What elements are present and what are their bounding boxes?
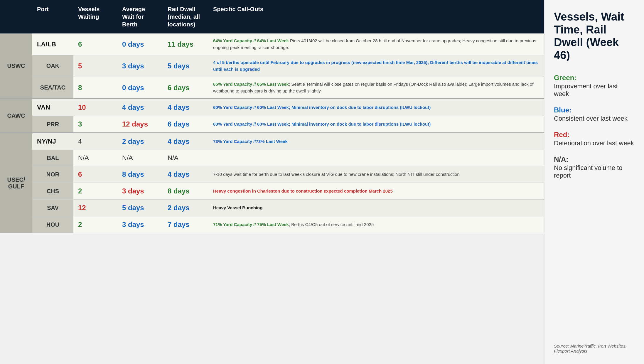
header-rail-dwell: Rail Dwell (median, all locations) <box>163 0 208 33</box>
avg-wait-cell: 8 days <box>117 166 163 183</box>
legend-na-label: N/A: <box>554 155 568 163</box>
legend-red-label: Red: <box>554 131 635 139</box>
port-cell: LA/LB <box>32 33 73 55</box>
region-cell: CAWC <box>0 99 32 133</box>
rail-dwell-cell: 2 days <box>163 200 208 216</box>
avg-wait-cell: N/A <box>117 150 163 166</box>
header-region <box>0 0 32 33</box>
rail-dwell-cell: 4 days <box>163 166 208 183</box>
callout-cell: 65% Yard Capacity // 65% Last Week; Seat… <box>208 77 544 99</box>
table-row: SAV125 days2 daysHeavy Vessel Bunching <box>0 200 544 216</box>
vessels-waiting-cell: 5 <box>73 55 117 77</box>
avg-wait-cell: 5 days <box>117 200 163 216</box>
header-row: Port Vessels Waiting Average Wait for Be… <box>0 0 544 33</box>
legend-blue-desc: Consistent over last week <box>554 115 635 122</box>
callout-cell: 64% Yard Capacity // 64% Last Week Piers… <box>208 33 544 55</box>
rail-dwell-cell: 8 days <box>163 183 208 200</box>
header-vessels-waiting: Vessels Waiting <box>73 0 117 33</box>
rail-dwell-cell: 6 days <box>163 77 208 99</box>
rail-dwell-cell: 5 days <box>163 55 208 77</box>
table-row: OAK53 days5 days4 of 5 berths operable u… <box>0 55 544 77</box>
legend-red-desc: Deterioration over last week <box>554 139 635 147</box>
rail-dwell-cell: 4 days <box>163 99 208 116</box>
legend-red: Red: Deterioration over last week <box>554 131 635 147</box>
avg-wait-cell: 0 days <box>117 33 163 55</box>
callout-cell: 73% Yard Capacity //73% Last Week <box>208 133 544 150</box>
avg-wait-cell: 12 days <box>117 116 163 133</box>
avg-wait-cell: 3 days <box>117 183 163 200</box>
vessels-waiting-cell: 12 <box>73 200 117 216</box>
vessels-waiting-cell: 4 <box>73 133 117 150</box>
header-avg-wait: Average Wait for Berth <box>117 0 163 33</box>
source-text: Source: MarineTraffic, Port Websites, Fl… <box>554 343 635 353</box>
vessels-waiting-cell: 6 <box>73 166 117 183</box>
main-container: Port Vessels Waiting Average Wait for Be… <box>0 0 644 364</box>
callout-cell: 60% Yard Capacity // 60% Last Week; Mini… <box>208 99 544 116</box>
callout-cell: Heavy Vessel Bunching <box>208 200 544 216</box>
table-row: CAWCVAN104 days4 days60% Yard Capacity /… <box>0 99 544 116</box>
callout-cell: Heavy congestion in Charleston due to co… <box>208 183 544 200</box>
table-row: NOR68 days4 days7-10 days wait time for … <box>0 166 544 183</box>
rail-dwell-cell: 4 days <box>163 133 208 150</box>
sidebar-content: Vessels, Wait Time, Rail Dwell (Week 46)… <box>554 11 635 188</box>
vessels-waiting-cell: 2 <box>73 183 117 200</box>
rail-dwell-cell: 6 days <box>163 116 208 133</box>
port-cell: PRR <box>32 116 73 133</box>
port-cell: SAV <box>32 200 73 216</box>
legend-na-desc: No significant volume to report <box>554 164 635 179</box>
legend-blue-label: Blue: <box>554 106 635 114</box>
port-cell: HOU <box>32 216 73 233</box>
region-cell: USWC <box>0 33 32 99</box>
port-cell: OAK <box>32 55 73 77</box>
rail-dwell-cell: N/A <box>163 150 208 166</box>
header-port: Port <box>32 0 73 33</box>
avg-wait-cell: 3 days <box>117 216 163 233</box>
vessels-waiting-cell: 10 <box>73 99 117 116</box>
callout-cell: 4 of 5 berths operable until February du… <box>208 55 544 77</box>
legend-section: Green: Improvement over last week Blue: … <box>554 74 635 179</box>
region-cell: USEC/ GULF <box>0 133 32 233</box>
port-cell: SEA/TAC <box>32 77 73 99</box>
table-row: BALN/AN/AN/A <box>0 150 544 166</box>
avg-wait-cell: 2 days <box>117 133 163 150</box>
callout-cell <box>208 150 544 166</box>
callout-cell: 7-10 days wait time for berth due to las… <box>208 166 544 183</box>
vessels-waiting-cell: 3 <box>73 116 117 133</box>
sidebar: Vessels, Wait Time, Rail Dwell (Week 46)… <box>544 0 644 364</box>
legend-green: Green: Improvement over last week <box>554 74 635 98</box>
port-cell: BAL <box>32 150 73 166</box>
legend-blue: Blue: Consistent over last week <box>554 106 635 122</box>
table-row: HOU23 days7 days71% Yard Capacity // 75%… <box>0 216 544 233</box>
table-row: PRR312 days6 days60% Yard Capacity // 60… <box>0 116 544 133</box>
table-row: SEA/TAC80 days6 days65% Yard Capacity //… <box>0 77 544 99</box>
port-cell: NY/NJ <box>32 133 73 150</box>
legend-na: N/A: No significant volume to report <box>554 155 635 179</box>
port-cell: NOR <box>32 166 73 183</box>
avg-wait-cell: 4 days <box>117 99 163 116</box>
vessels-waiting-cell: 8 <box>73 77 117 99</box>
table-section: Port Vessels Waiting Average Wait for Be… <box>0 0 544 364</box>
vessels-waiting-cell: 2 <box>73 216 117 233</box>
avg-wait-cell: 3 days <box>117 55 163 77</box>
header-callouts: Specific Call-Outs <box>208 0 544 33</box>
vessels-waiting-cell: 6 <box>73 33 117 55</box>
port-cell: VAN <box>32 99 73 116</box>
rail-dwell-cell: 7 days <box>163 216 208 233</box>
table-row: CHS23 days8 daysHeavy congestion in Char… <box>0 183 544 200</box>
table-row: USEC/ GULFNY/NJ42 days4 days73% Yard Cap… <box>0 133 544 150</box>
rail-dwell-cell: 11 days <box>163 33 208 55</box>
legend-green-label: Green: <box>554 74 635 82</box>
vessels-waiting-cell: N/A <box>73 150 117 166</box>
data-table: Port Vessels Waiting Average Wait for Be… <box>0 0 544 233</box>
sidebar-title: Vessels, Wait Time, Rail Dwell (Week 46) <box>554 11 635 62</box>
callout-cell: 60% Yard Capacity // 60% Last Week; Mini… <box>208 116 544 133</box>
table-row: USWCLA/LB60 days11 days64% Yard Capacity… <box>0 33 544 55</box>
callout-cell: 71% Yard Capacity // 75% Last Week; Bert… <box>208 216 544 233</box>
legend-green-desc: Improvement over last week <box>554 82 635 98</box>
avg-wait-cell: 0 days <box>117 77 163 99</box>
port-cell: CHS <box>32 183 73 200</box>
